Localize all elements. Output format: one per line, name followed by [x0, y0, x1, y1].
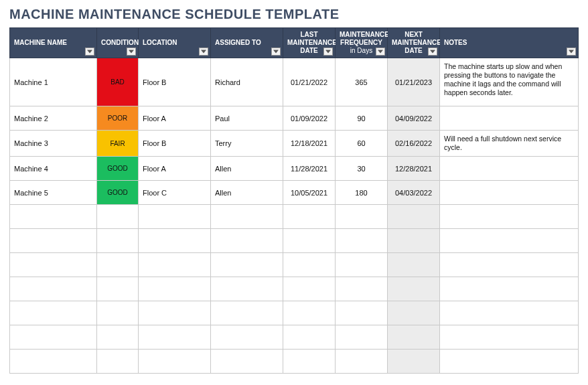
cell-assigned-to[interactable]: [211, 205, 283, 229]
cell-next-maint[interactable]: 02/16/2022: [388, 131, 440, 157]
cell-notes[interactable]: [440, 253, 579, 277]
filter-dropdown-icon[interactable]: [127, 48, 136, 56]
cell-machine-name[interactable]: Machine 2: [10, 106, 97, 131]
cell-location[interactable]: [139, 301, 211, 325]
cell-machine-name[interactable]: [10, 229, 97, 253]
cell-notes[interactable]: [440, 277, 579, 301]
cell-assigned-to[interactable]: [211, 229, 283, 253]
cell-condition[interactable]: FAIR: [97, 131, 139, 157]
cell-machine-name[interactable]: Machine 4: [10, 157, 97, 181]
filter-dropdown-icon[interactable]: [85, 48, 94, 56]
cell-assigned-to[interactable]: [211, 277, 283, 301]
cell-condition[interactable]: BAD: [97, 58, 139, 106]
cell-notes[interactable]: The machine starts up slow and when pres…: [440, 58, 579, 106]
cell-freq[interactable]: 365: [336, 58, 388, 106]
cell-machine-name[interactable]: Machine 5: [10, 181, 97, 205]
cell-location[interactable]: [139, 205, 211, 229]
cell-location[interactable]: Floor B: [139, 131, 211, 157]
filter-dropdown-icon[interactable]: [567, 48, 576, 56]
cell-assigned-to[interactable]: [211, 301, 283, 325]
cell-assigned-to[interactable]: Terry: [211, 131, 283, 157]
cell-next-maint[interactable]: [388, 301, 440, 325]
cell-condition[interactable]: [97, 325, 139, 350]
cell-condition[interactable]: POOR: [97, 106, 139, 131]
cell-location[interactable]: Floor C: [139, 181, 211, 205]
cell-next-maint[interactable]: [388, 277, 440, 301]
cell-machine-name[interactable]: [10, 325, 97, 350]
cell-next-maint[interactable]: 04/03/2022: [388, 181, 440, 205]
cell-condition[interactable]: [97, 350, 139, 374]
cell-notes[interactable]: [440, 106, 579, 131]
cell-notes[interactable]: [440, 181, 579, 205]
cell-last-maint[interactable]: 01/09/2022: [283, 106, 336, 131]
cell-freq[interactable]: [336, 277, 388, 301]
cell-assigned-to[interactable]: Paul: [211, 106, 283, 131]
cell-notes[interactable]: [440, 301, 579, 325]
filter-dropdown-icon[interactable]: [376, 48, 385, 56]
cell-freq[interactable]: [336, 301, 388, 325]
filter-dropdown-icon[interactable]: [428, 48, 437, 56]
cell-next-maint[interactable]: 01/21/2023: [388, 58, 440, 106]
cell-freq[interactable]: 30: [336, 157, 388, 181]
filter-dropdown-icon[interactable]: [323, 48, 333, 56]
cell-machine-name[interactable]: [10, 277, 97, 301]
cell-location[interactable]: Floor B: [139, 58, 211, 106]
cell-location[interactable]: Floor A: [139, 106, 211, 131]
cell-last-maint[interactable]: 01/21/2022: [283, 58, 336, 106]
cell-machine-name[interactable]: [10, 301, 97, 325]
cell-assigned-to[interactable]: Allen: [211, 181, 283, 205]
cell-machine-name[interactable]: Machine 1: [10, 58, 97, 106]
cell-last-maint[interactable]: [283, 253, 336, 277]
cell-assigned-to[interactable]: Richard: [211, 58, 283, 106]
cell-freq[interactable]: [336, 350, 388, 374]
cell-last-maint[interactable]: [283, 301, 336, 325]
cell-location[interactable]: [139, 253, 211, 277]
cell-last-maint[interactable]: [283, 350, 336, 374]
cell-assigned-to[interactable]: [211, 253, 283, 277]
cell-next-maint[interactable]: [388, 325, 440, 350]
cell-notes[interactable]: [440, 205, 579, 229]
cell-last-maint[interactable]: [283, 229, 336, 253]
cell-condition[interactable]: GOOD: [97, 181, 139, 205]
cell-next-maint[interactable]: [388, 350, 440, 374]
cell-condition[interactable]: [97, 229, 139, 253]
cell-next-maint[interactable]: [388, 205, 440, 229]
cell-next-maint[interactable]: 04/09/2022: [388, 106, 440, 131]
cell-condition[interactable]: [97, 253, 139, 277]
cell-last-maint[interactable]: 12/18/2021: [283, 131, 336, 157]
cell-location[interactable]: [139, 350, 211, 374]
cell-machine-name[interactable]: Machine 3: [10, 131, 97, 157]
cell-machine-name[interactable]: [10, 205, 97, 229]
cell-last-maint[interactable]: [283, 205, 336, 229]
cell-freq[interactable]: [336, 229, 388, 253]
cell-last-maint[interactable]: [283, 325, 336, 350]
cell-last-maint[interactable]: [283, 277, 336, 301]
cell-last-maint[interactable]: 10/05/2021: [283, 181, 336, 205]
cell-location[interactable]: [139, 277, 211, 301]
cell-assigned-to[interactable]: [211, 325, 283, 350]
cell-freq[interactable]: [336, 253, 388, 277]
cell-notes[interactable]: [440, 157, 579, 181]
cell-freq[interactable]: 60: [336, 131, 388, 157]
cell-condition[interactable]: GOOD: [97, 157, 139, 181]
cell-condition[interactable]: [97, 277, 139, 301]
cell-condition[interactable]: [97, 205, 139, 229]
cell-notes[interactable]: [440, 229, 579, 253]
cell-freq[interactable]: 180: [336, 181, 388, 205]
cell-freq[interactable]: [336, 205, 388, 229]
filter-dropdown-icon[interactable]: [199, 48, 208, 56]
cell-next-maint[interactable]: [388, 253, 440, 277]
cell-next-maint[interactable]: 12/28/2021: [388, 157, 440, 181]
cell-machine-name[interactable]: [10, 253, 97, 277]
cell-machine-name[interactable]: [10, 350, 97, 374]
cell-notes[interactable]: [440, 350, 579, 374]
cell-notes[interactable]: Will need a full shutdown next service c…: [440, 131, 579, 157]
filter-dropdown-icon[interactable]: [271, 48, 281, 56]
cell-assigned-to[interactable]: [211, 350, 283, 374]
cell-assigned-to[interactable]: Allen: [211, 157, 283, 181]
cell-condition[interactable]: [97, 301, 139, 325]
cell-location[interactable]: [139, 325, 211, 350]
cell-location[interactable]: [139, 229, 211, 253]
cell-freq[interactable]: 90: [336, 106, 388, 131]
cell-notes[interactable]: [440, 325, 579, 350]
